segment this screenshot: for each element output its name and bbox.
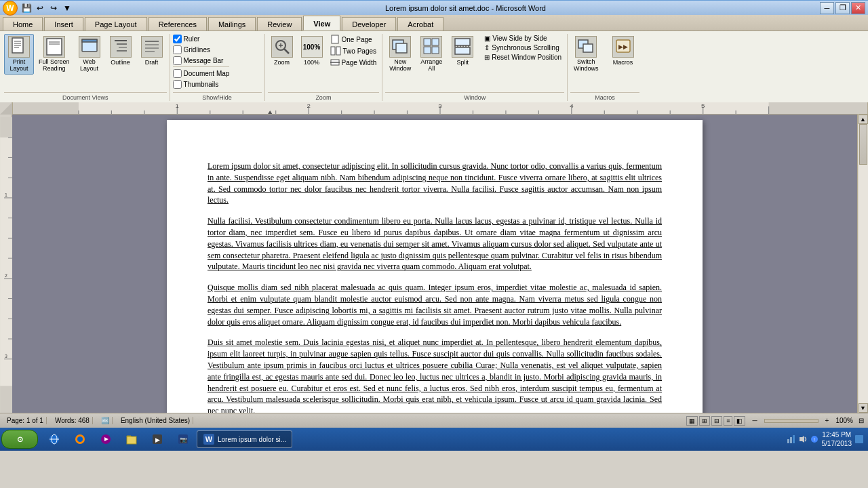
outline-button[interactable]: Outline — [106, 34, 136, 68]
svg-rect-9 — [82, 39, 97, 42]
document-map-checkbox[interactable]: Document Map — [173, 66, 230, 79]
one-page-button[interactable]: One Page — [328, 34, 380, 45]
restore-button[interactable]: ❐ — [835, 2, 850, 14]
tab-home[interactable]: Home — [3, 17, 43, 30]
close-button[interactable]: ✕ — [851, 2, 865, 14]
start-orb: ⊙ — [17, 435, 23, 444]
new-window-button[interactable]: NewWindow — [385, 34, 415, 75]
gridlines-checkbox[interactable]: Gridlines — [173, 45, 210, 55]
draft-label: Draft — [145, 59, 159, 66]
ruler-check[interactable] — [173, 35, 182, 43]
qat-redo[interactable]: ↪ — [47, 2, 60, 14]
zoom-100-label: 100% — [304, 59, 319, 66]
svg-rect-74 — [0, 386, 12, 413]
new-window-label: NewWindow — [389, 59, 411, 73]
page-count: Page: 1 of 1 — [4, 417, 47, 424]
files-icon — [125, 433, 138, 445]
tab-mailings[interactable]: Mailings — [208, 17, 256, 30]
view-fullread-icon[interactable]: ⊞ — [699, 416, 710, 426]
zoom-slider[interactable] — [764, 419, 818, 423]
web-layout-button[interactable]: WebLayout — [75, 34, 104, 75]
minimize-button[interactable]: ─ — [820, 2, 834, 14]
svg-rect-28 — [396, 43, 407, 53]
taskbar-media[interactable] — [94, 430, 118, 448]
message-bar-check[interactable] — [173, 56, 182, 65]
app5-icon: ▶ — [151, 433, 163, 445]
tab-page-layout[interactable]: Page Layout — [85, 17, 147, 30]
taskbar-files[interactable] — [119, 430, 144, 448]
show-desktop-icon[interactable] — [854, 434, 864, 444]
tab-review[interactable]: Review — [257, 17, 302, 30]
view-web-icon[interactable]: ⊟ — [711, 416, 722, 426]
qat-dropdown[interactable]: ▼ — [61, 2, 73, 14]
svg-rect-23 — [331, 47, 335, 55]
svg-text:2: 2 — [5, 273, 7, 278]
view-draft-icon[interactable]: ◧ — [734, 416, 745, 426]
ruler-checkbox[interactable]: Ruler — [173, 34, 200, 44]
print-layout-button[interactable]: PrintLayout — [4, 34, 34, 75]
language: English (United States) — [118, 417, 193, 424]
switch-windows-button[interactable]: SwitchWindows — [570, 34, 602, 75]
scroll-down-button[interactable]: ▼ — [859, 403, 868, 413]
window-title: Lorem ipsum dolor sit amet.doc - Microso… — [111, 4, 820, 12]
sync-scroll-button[interactable]: ⇕ Synchronous Scrolling — [481, 43, 564, 52]
view-print-icon[interactable]: ▦ — [686, 416, 698, 426]
taskbar-app5[interactable]: ▶ — [145, 430, 170, 448]
svg-point-94 — [77, 436, 83, 442]
tab-developer[interactable]: Developer — [342, 17, 396, 30]
zoom-label-group: Zoom — [268, 92, 380, 101]
svg-rect-72 — [0, 117, 12, 413]
message-bar-checkbox[interactable]: Message Bar — [173, 56, 224, 66]
right-scrollbar[interactable]: ▲ ▼ — [857, 115, 868, 413]
tab-references[interactable]: References — [149, 17, 207, 30]
gridlines-check[interactable] — [173, 45, 182, 54]
zoom-adjust-btn[interactable]: ⊟ — [859, 417, 864, 424]
scroll-thumb[interactable] — [859, 124, 867, 165]
tray-icons: ! — [787, 434, 819, 444]
doc-map-check[interactable] — [173, 69, 182, 78]
outline-icon — [110, 36, 132, 58]
svg-text:3: 3 — [438, 103, 441, 109]
taskbar-app6[interactable]: 📷 — [171, 430, 195, 448]
office-logo: W — [3, 1, 18, 16]
two-pages-button[interactable]: Two Pages — [328, 45, 380, 56]
full-screen-button[interactable]: Full ScreenReading — [35, 34, 73, 75]
qat-toolbar: 💾 ↩ ↪ ▼ — [20, 2, 73, 14]
macros-button[interactable]: ▶▶ Macros — [608, 34, 638, 68]
svg-rect-105 — [790, 437, 792, 443]
arrange-all-button[interactable]: ArrangeAll — [416, 34, 446, 75]
firefox-icon — [74, 433, 86, 445]
tab-acrobat[interactable]: Acrobat — [397, 17, 443, 30]
switch-windows-label: SwitchWindows — [574, 59, 599, 73]
view-side-by-side-button[interactable]: ▣ View Side by Side — [481, 34, 564, 43]
web-layout-icon — [79, 36, 100, 58]
ie-icon — [48, 433, 60, 445]
view-outline-icon[interactable]: ≡ — [724, 416, 732, 426]
one-page-icon — [330, 35, 340, 44]
reset-position-button[interactable]: ⊞ Reset Window Position — [481, 53, 564, 62]
taskbar-word[interactable]: W Lorem ipsum dolor si... — [197, 430, 292, 448]
switch-windows-icon — [575, 36, 597, 58]
svg-text:!: ! — [814, 437, 815, 442]
zoom-in-btn[interactable]: + — [825, 417, 829, 424]
zoom-out-btn[interactable]: ─ — [752, 417, 757, 424]
horizontal-ruler: 1 2 3 4 5 — [12, 102, 868, 115]
document-scroll-area[interactable]: Lorem ipsum dolor sit amet, consectetur … — [12, 115, 857, 413]
qat-save[interactable]: 💾 — [20, 2, 33, 14]
start-button[interactable]: ⊙ — [1, 430, 38, 449]
scroll-up-button[interactable]: ▲ — [859, 115, 868, 124]
split-button[interactable]: Split — [448, 34, 477, 68]
page-width-button[interactable]: Page Width — [328, 57, 380, 68]
zoom-100-button[interactable]: 100% 100% — [298, 34, 326, 68]
draft-button[interactable]: Draft — [137, 34, 167, 68]
tab-insert[interactable]: Insert — [44, 17, 83, 30]
zoom-button[interactable]: Zoom — [268, 34, 296, 68]
thumbnails-checkbox[interactable]: Thumbnails — [173, 79, 219, 89]
print-layout-icon — [8, 36, 30, 58]
document-page: Lorem ipsum dolor sit amet, consectetur … — [167, 120, 703, 413]
qat-undo[interactable]: ↩ — [34, 2, 46, 14]
thumbnails-check[interactable] — [173, 80, 182, 89]
taskbar-ie[interactable] — [42, 430, 66, 448]
taskbar-firefox[interactable] — [68, 430, 92, 448]
tab-view[interactable]: View — [303, 16, 340, 30]
